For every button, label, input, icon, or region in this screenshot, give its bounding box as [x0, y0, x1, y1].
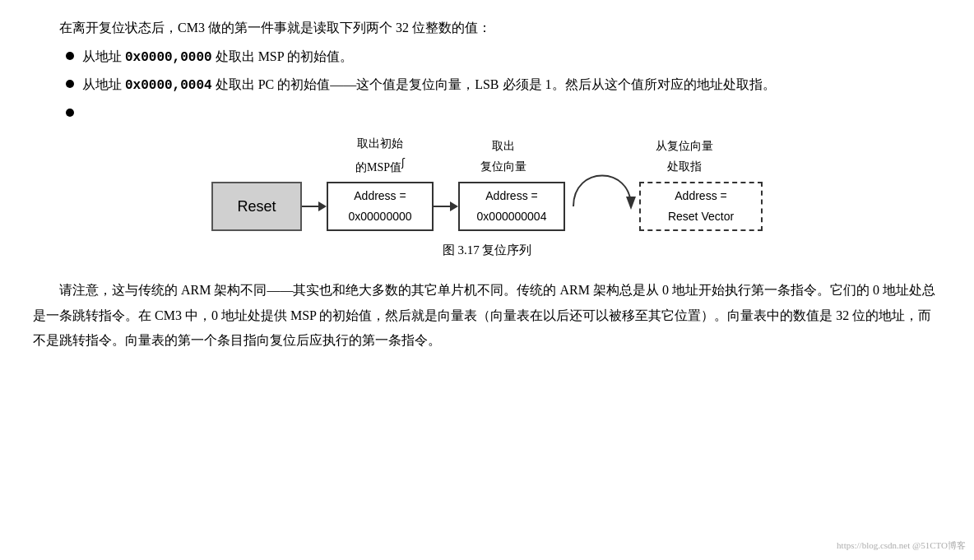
addr-box-3-line2: Reset Vector	[668, 206, 734, 227]
diagram-labels: 取出初始 的MSP值ʃ 取出 复位向量 从复位向量 处取指	[314, 133, 758, 177]
bullet-dot-empty	[66, 109, 74, 117]
bottom-text: 请注意，这与传统的 ARM 架构不同——其实也和绝大多数的其它单片机不同。传统的…	[33, 283, 935, 347]
label2-line1: 取出	[492, 136, 515, 156]
bottom-paragraph: 请注意，这与传统的 ARM 架构不同——其实也和绝大多数的其它单片机不同。传统的…	[33, 278, 941, 353]
bullet-text-2: 从地址 0x0000,0004 处取出 PC 的初始值——这个值是复位向量，LS…	[82, 73, 941, 98]
empty-bullet	[66, 102, 941, 117]
bullet-item-1: 从地址 0x0000,0000 处取出 MSP 的初始值。	[66, 45, 941, 70]
addr-box-1-line2: 0x00000000	[348, 206, 411, 227]
curved-arrow-container	[565, 182, 639, 231]
addr-box-2-line1: Address =	[477, 186, 547, 206]
addr-box-1-line1: Address =	[348, 186, 411, 206]
addr-code-2: 0x0000,0004	[125, 78, 212, 93]
arrowhead-1	[318, 201, 327, 211]
label3-line2: 处取指	[667, 156, 702, 177]
bullet-list: 从地址 0x0000,0000 处取出 MSP 的初始值。 从地址 0x0000…	[66, 45, 941, 98]
figure-caption: 图 3.17 复位序列	[443, 239, 532, 261]
line-h-2	[434, 206, 450, 207]
intro-paragraph: 在离开复位状态后，CM3 做的第一件事就是读取下列两个 32 位整数的值：	[33, 16, 941, 40]
addr-box-2-content: Address = 0x000000004	[477, 186, 547, 227]
diagram-row: Reset Address = 0x00000000	[211, 182, 763, 231]
label-group-3: 从复位向量 处取指	[610, 136, 758, 177]
addr-box-3-line1: Address =	[668, 186, 734, 206]
bullet-dot-1	[66, 52, 74, 60]
addr-box-1-content: Address = 0x00000000	[348, 186, 411, 227]
addr-box-1: Address = 0x00000000	[327, 182, 434, 231]
reset-label: Reset	[237, 193, 276, 220]
diagram-section: 取出初始 的MSP值ʃ 取出 复位向量 从复位向量 处取指 Reset	[33, 133, 941, 261]
reset-box: Reset	[211, 182, 302, 231]
line-h-1	[302, 206, 318, 207]
addr-box-2: Address = 0x000000004	[458, 182, 565, 231]
curved-arrow-svg	[565, 182, 639, 231]
arrow-1	[302, 201, 327, 211]
figure-caption-text: 图 3.17 复位序列	[443, 243, 532, 257]
page-content: 在离开复位状态后，CM3 做的第一件事就是读取下列两个 32 位整数的值： 从地…	[33, 16, 941, 354]
intro-text: 在离开复位状态后，CM3 做的第一件事就是读取下列两个 32 位整数的值：	[59, 21, 491, 35]
label-group-1: 取出初始 的MSP值ʃ	[322, 133, 438, 177]
arrow-2	[434, 201, 458, 211]
addr-code-1: 0x0000,0000	[125, 50, 212, 65]
label2-line2: 复位向量	[480, 156, 526, 177]
label1-line1: 取出初始	[357, 133, 403, 154]
bullet-item-2: 从地址 0x0000,0004 处取出 PC 的初始值——这个值是复位向量，LS…	[66, 73, 941, 98]
bullet-text-1: 从地址 0x0000,0000 处取出 MSP 的初始值。	[82, 45, 941, 70]
bullet-dot-2	[66, 80, 74, 88]
arrowhead-2	[450, 201, 458, 211]
addr-box-3: Address = Reset Vector	[639, 182, 763, 231]
label3-line1: 从复位向量	[656, 136, 713, 156]
label1-line2: 的MSP值ʃ	[355, 155, 405, 178]
label-group-2: 取出 复位向量	[446, 136, 561, 177]
addr-box-3-content: Address = Reset Vector	[668, 186, 734, 227]
addr-box-2-line2: 0x000000004	[477, 206, 547, 227]
